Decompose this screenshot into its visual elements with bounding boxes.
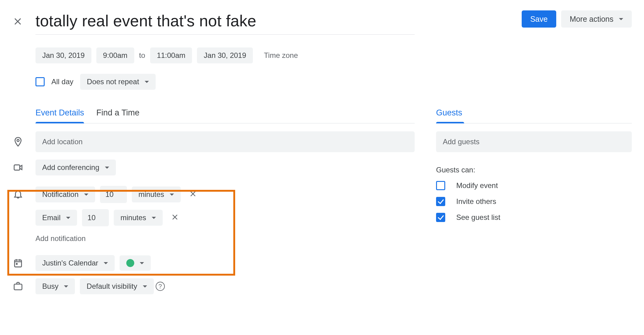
bell-icon: [12, 186, 35, 199]
event-title-input[interactable]: [35, 9, 415, 35]
chevron-down-icon: [140, 262, 144, 264]
remove-notification-icon[interactable]: [189, 190, 197, 199]
chevron-down-icon: [145, 81, 149, 83]
chevron-down-icon: [143, 285, 147, 288]
svg-point-0: [17, 139, 19, 141]
end-date-chip[interactable]: Jan 30, 2019: [197, 47, 253, 63]
repeat-label: Does not repeat: [87, 77, 139, 86]
start-date-chip[interactable]: Jan 30, 2019: [35, 47, 91, 63]
help-icon[interactable]: ?: [156, 282, 165, 291]
tab-find-a-time[interactable]: Find a Time: [96, 108, 139, 123]
perm-see-checkbox[interactable]: [436, 213, 445, 222]
video-icon: [12, 162, 35, 173]
end-time-chip[interactable]: 11:00am: [150, 47, 192, 63]
calendar-color-dropdown[interactable]: [120, 255, 151, 271]
chevron-down-icon: [170, 194, 174, 196]
notification-unit-dropdown[interactable]: minutes: [114, 210, 163, 226]
notification-type-dropdown[interactable]: Email: [35, 210, 77, 226]
briefcase-icon: [12, 281, 35, 292]
perm-see-label: See guest list: [456, 213, 500, 222]
conferencing-label: Add conferencing: [42, 163, 99, 172]
perm-modify-checkbox[interactable]: [436, 181, 445, 190]
guests-input[interactable]: [436, 131, 632, 152]
chevron-down-icon: [105, 167, 109, 169]
notification-type-dropdown[interactable]: Notification: [35, 186, 95, 202]
notification-value-input[interactable]: [100, 186, 127, 203]
svg-rect-4: [14, 284, 22, 290]
busy-dropdown[interactable]: Busy: [35, 278, 75, 294]
start-time-chip[interactable]: 9:00am: [96, 47, 134, 63]
more-actions-button[interactable]: More actions: [561, 10, 632, 28]
to-label: to: [139, 51, 145, 60]
calendar-dropdown[interactable]: Justin's Calendar: [35, 255, 115, 271]
tab-guests[interactable]: Guests: [436, 108, 632, 123]
more-actions-label: More actions: [570, 15, 613, 24]
chevron-down-icon: [64, 285, 68, 288]
chevron-down-icon: [152, 217, 156, 219]
chevron-down-icon: [66, 217, 70, 219]
svg-rect-3: [16, 263, 18, 265]
perm-invite-checkbox[interactable]: [436, 197, 445, 206]
perm-invite-label: Invite others: [456, 197, 496, 206]
all-day-checkbox[interactable]: [35, 77, 45, 86]
guests-can-label: Guests can:: [436, 166, 632, 174]
notification-row: Email minutes: [35, 209, 197, 226]
svg-rect-1: [14, 165, 20, 170]
chevron-down-icon: [619, 18, 623, 20]
timezone-link[interactable]: Time zone: [264, 51, 298, 60]
visibility-dropdown[interactable]: Default visibility: [80, 278, 154, 294]
tab-event-details[interactable]: Event Details: [35, 108, 84, 123]
conferencing-dropdown[interactable]: Add conferencing: [35, 160, 116, 175]
location-input[interactable]: [35, 131, 415, 152]
chevron-down-icon: [84, 194, 88, 196]
chevron-down-icon: [104, 262, 108, 264]
notification-value-input[interactable]: [82, 209, 109, 226]
calendar-icon: [12, 258, 35, 268]
close-icon[interactable]: [12, 16, 23, 27]
perm-modify-label: Modify event: [456, 181, 498, 190]
save-button[interactable]: Save: [522, 10, 556, 28]
repeat-dropdown[interactable]: Does not repeat: [80, 74, 156, 90]
notification-unit-dropdown[interactable]: minutes: [132, 186, 181, 202]
svg-rect-2: [15, 260, 22, 267]
color-dot: [126, 259, 134, 267]
notification-row: Notification minutes: [35, 186, 197, 203]
remove-notification-icon[interactable]: [171, 213, 179, 223]
add-notification-link[interactable]: Add notification: [35, 234, 197, 243]
location-icon: [12, 137, 35, 147]
all-day-label: All day: [51, 77, 73, 86]
